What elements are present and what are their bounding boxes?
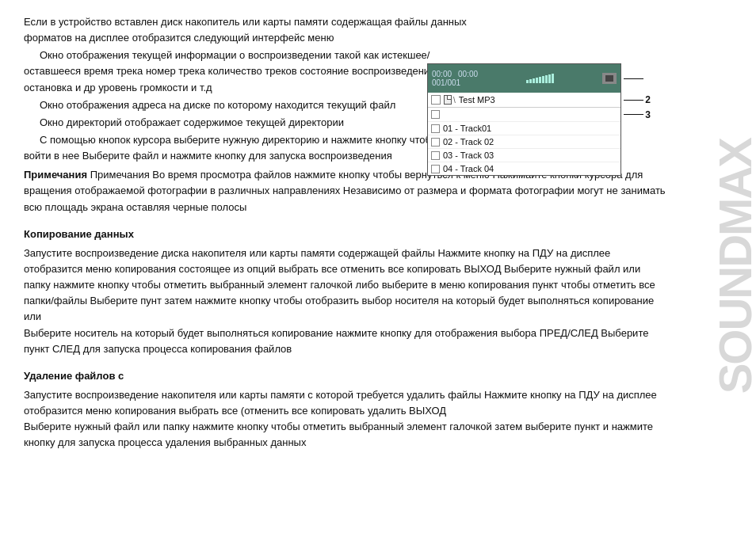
track-checkbox-empty[interactable]: [431, 110, 440, 119]
vol-seg-7: [545, 75, 548, 83]
player-display-top: 00:00 00:00: [432, 70, 478, 78]
brand-text: SOUNDMAX: [715, 0, 756, 533]
brand-label: SOUNDMAX: [712, 139, 756, 394]
intro-line1: Если в устройство вставлен диск накопите…: [24, 14, 468, 46]
track-row-1: 01 - Track01: [428, 122, 620, 135]
intro-line2: Окно отображения текущей информации о во…: [24, 48, 468, 95]
vol-seg-5: [539, 77, 541, 83]
delete-heading: Удаление файлов с: [24, 368, 667, 384]
intro-line3: Окно отображения адреса на диске по кото…: [24, 97, 468, 113]
player-ui: 00:00 00:00 001/001: [427, 63, 621, 176]
delete-section: Удаление файлов с Запустите воспроизведе…: [24, 368, 667, 451]
copy-section: Копирование данных Запустите воспроизвед…: [24, 227, 667, 357]
track-row-2: 02 - Track 02: [428, 135, 620, 149]
player-display-left: 00:00 00:00 001/001: [432, 70, 478, 87]
track-1-label: 01 - Track01: [443, 124, 491, 133]
volume-bar: [526, 74, 554, 83]
player-icon-inner: [605, 75, 613, 82]
track-4-label: 04 - Track 04: [443, 164, 494, 173]
track-checkbox-3[interactable]: [431, 151, 440, 160]
delete-body: Запустите воспроизведение накопителя или…: [24, 387, 667, 419]
filename: Test MP3: [459, 95, 495, 105]
track-checkbox-1[interactable]: [431, 124, 440, 133]
intro-line5: С помощью кнопок курсора выберите нужную…: [24, 132, 468, 164]
track-info: 001/001: [432, 78, 478, 87]
annotation-2: 2: [624, 94, 651, 105]
track-row-3: 03 - Track 03: [428, 149, 620, 162]
vol-seg-8: [548, 74, 551, 83]
copy-heading: Копирование данных: [24, 227, 667, 242]
player-display: 00:00 00:00 001/001: [428, 64, 620, 93]
track-3-label: 03 - Track 03: [443, 150, 494, 160]
annotation-1: 1: [624, 73, 651, 84]
track-2-label: 02 - Track 02: [443, 137, 494, 147]
copy-body2: Выберите носитель на который будет выпол…: [24, 326, 667, 357]
vol-seg-2: [529, 79, 532, 83]
file-checkbox[interactable]: [431, 95, 441, 105]
player-icon-box: [602, 73, 617, 84]
vol-seg-9: [552, 74, 554, 83]
file-icon: \: [444, 95, 456, 105]
file-row: \ Test MP3 2: [428, 93, 620, 108]
copy-body: Запустите воспроизведение диска накопите…: [24, 246, 667, 326]
file-shape: [444, 95, 452, 105]
vol-seg-3: [533, 78, 535, 83]
vol-seg-4: [536, 78, 538, 83]
volume-segments: [526, 74, 554, 83]
intro-line4: Окно директорий отображает содержимое те…: [24, 115, 468, 131]
vol-seg-1: [526, 80, 529, 83]
intro-text-block: Если в устройство вставлен диск накопите…: [24, 14, 468, 164]
track-row-4: 04 - Track 04: [428, 162, 620, 175]
time-elapsed: 00:00: [432, 70, 452, 78]
track-checkbox-2[interactable]: [431, 138, 440, 147]
delete-body2: Выберите нужный файл или папку нажмите к…: [24, 419, 667, 451]
vol-seg-6: [542, 76, 544, 83]
time-total: 00:00: [458, 70, 478, 78]
annotation-3: 3: [624, 109, 651, 120]
track-checkbox-4[interactable]: [431, 165, 440, 173]
empty-row: 3: [428, 108, 620, 122]
